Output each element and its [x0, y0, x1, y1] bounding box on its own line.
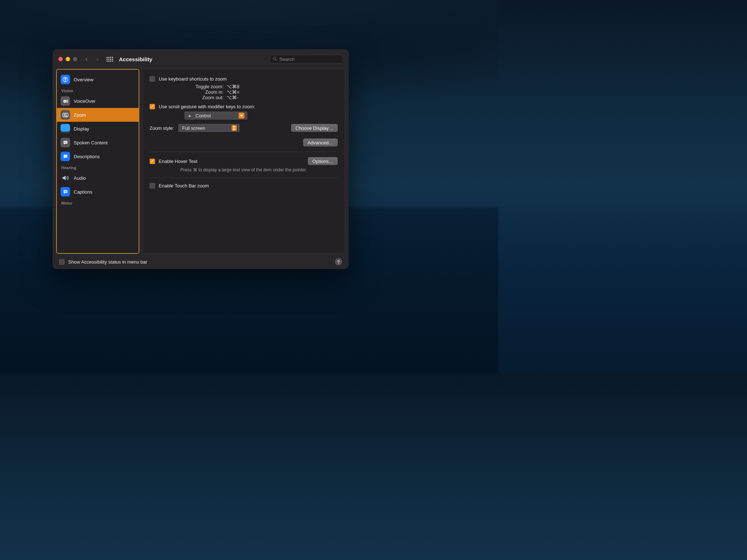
sidebar-group-vision: Vision	[57, 86, 139, 94]
use-keyboard-shortcuts-label: Use keyboard shortcuts to zoom	[159, 76, 227, 82]
svg-line-1	[276, 60, 277, 61]
sidebar-item-overview[interactable]: Overview	[57, 73, 139, 86]
enable-hover-text-checkbox[interactable]	[150, 159, 155, 164]
accessibility-icon	[61, 75, 70, 84]
show-status-menubar-label: Show Accessibility status in menu bar	[68, 259, 147, 265]
voiceover-icon	[61, 96, 70, 106]
use-scroll-gesture-label: Use scroll gesture with modifier keys to…	[159, 104, 255, 109]
sidebar-item-label: Overview	[74, 77, 93, 82]
svg-rect-9	[64, 142, 66, 142]
enable-hover-text-label: Enable Hover Text	[159, 159, 197, 164]
sidebar-item-label: Audio	[74, 175, 86, 181]
sidebar-item-audio[interactable]: Audio	[57, 171, 139, 185]
zoom-style-label: Zoom style:	[150, 125, 174, 131]
svg-point-7	[64, 114, 66, 116]
sidebar-group-motor: Motor	[57, 199, 139, 206]
sidebar-item-zoom[interactable]: Zoom	[57, 108, 139, 122]
hover-text-hint: Press ⌘ to display a large-text view of …	[150, 167, 338, 172]
hover-text-options-button[interactable]: Options…	[308, 157, 338, 165]
sidebar-item-label: Display	[74, 126, 89, 132]
modifier-key-popup[interactable]: Control	[185, 112, 247, 120]
svg-rect-15	[64, 191, 66, 192]
help-button[interactable]: ?	[335, 258, 342, 265]
svg-point-11	[64, 156, 65, 156]
sidebar-item-label: Captions	[74, 189, 92, 195]
sidebar-item-label: Zoom	[74, 112, 86, 118]
svg-point-13	[66, 156, 66, 156]
sidebar-group-hearing: Hearing	[57, 163, 139, 171]
sidebar-item-label: Descriptions	[74, 154, 100, 159]
use-scroll-gesture-checkbox[interactable]	[150, 104, 155, 109]
search-field[interactable]: Search	[270, 55, 343, 63]
speaker-icon	[61, 173, 70, 183]
close-window-button[interactable]	[58, 57, 63, 61]
svg-point-12	[65, 156, 66, 156]
use-keyboard-shortcuts-checkbox[interactable]	[150, 76, 155, 82]
svg-rect-6	[63, 113, 68, 117]
pane-title: Accessibility	[119, 56, 152, 62]
sidebar-item-label: VoiceOver	[74, 98, 96, 104]
zoom-style-popup[interactable]: Full screen	[178, 124, 240, 132]
zoom-style-value: Full screen	[182, 125, 205, 131]
sidebar-item-captions[interactable]: Captions	[57, 185, 139, 199]
svg-rect-10	[64, 142, 66, 143]
forward-button[interactable]: ›	[96, 55, 98, 63]
content-pane: Use keyboard shortcuts to zoom Toggle zo…	[142, 69, 345, 254]
shortcut-list: Toggle zoom:⌥⌘8 Zoom in:⌥⌘= Zoom out:⌥⌘-	[150, 84, 338, 100]
show-all-button[interactable]	[107, 57, 113, 62]
svg-point-3	[65, 78, 66, 79]
stepper-arrows-icon	[232, 125, 237, 131]
sidebar-item-label: Spoken Content	[74, 140, 108, 145]
zoom-icon	[61, 110, 70, 120]
svg-point-5	[64, 101, 65, 102]
sidebar-item-spoken-content[interactable]: Spoken Content	[57, 136, 139, 149]
titlebar: ‹ › Accessibility Search	[53, 49, 349, 69]
minimize-window-button[interactable]	[66, 57, 70, 61]
svg-rect-14	[64, 191, 66, 191]
modifier-key-value: Control	[196, 113, 211, 118]
enable-touch-bar-zoom-label: Enable Touch Bar zoom	[159, 183, 209, 188]
choose-display-button[interactable]: Choose Display…	[291, 124, 338, 132]
zoom-window-button[interactable]	[73, 57, 77, 61]
sidebar-item-voiceover[interactable]: VoiceOver	[57, 94, 139, 108]
back-button[interactable]: ‹	[85, 55, 88, 63]
descriptions-icon	[61, 152, 70, 161]
sidebar-item-descriptions[interactable]: Descriptions	[57, 149, 139, 163]
enable-touch-bar-zoom-checkbox[interactable]	[150, 183, 155, 188]
sidebar-item-display[interactable]: Display	[57, 122, 139, 136]
search-icon	[273, 57, 277, 61]
captions-icon	[61, 187, 70, 197]
advanced-button[interactable]: Advanced…	[303, 139, 338, 147]
chevron-down-icon	[239, 113, 244, 118]
speech-bubble-icon	[61, 138, 70, 147]
preferences-window: ‹ › Accessibility Search Overview Vision	[53, 49, 349, 269]
show-status-menubar-checkbox[interactable]	[59, 259, 65, 265]
window-controls	[58, 57, 77, 61]
control-key-icon	[188, 115, 191, 117]
sidebar[interactable]: Overview Vision VoiceOver Zoom	[56, 69, 139, 254]
search-placeholder: Search	[279, 57, 294, 62]
display-icon	[61, 124, 70, 133]
svg-point-0	[274, 58, 276, 60]
